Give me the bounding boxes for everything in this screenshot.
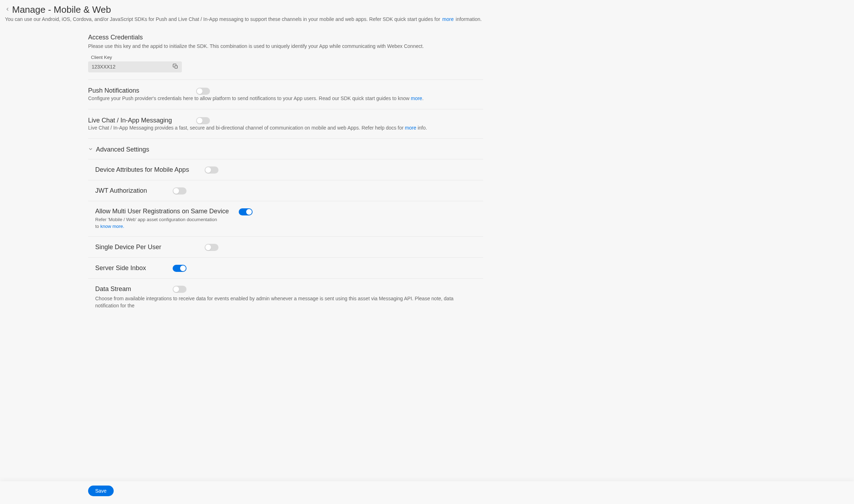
more-info-link[interactable]: more (442, 16, 454, 22)
adv-data-stream: Data Stream Choose from available integr… (88, 279, 483, 316)
multi-user-toggle[interactable] (239, 208, 253, 215)
live-chat-section: Live Chat / In-App Messaging Live Chat /… (88, 109, 483, 139)
advanced-settings-header[interactable]: Advanced Settings (88, 139, 483, 159)
client-key-value: 123XXX12 (92, 64, 115, 70)
live-chat-toggle[interactable] (196, 117, 210, 124)
jwt-toggle[interactable] (173, 187, 187, 195)
server-inbox-toggle[interactable] (173, 265, 187, 272)
advanced-title: Advanced Settings (96, 146, 149, 153)
live-more-link[interactable]: more (405, 125, 416, 131)
adv-server-inbox: Server Side Inbox (88, 258, 483, 279)
back-chevron-icon[interactable] (5, 6, 10, 14)
adv-device-attr: Device Attributes for Mobile Apps (88, 159, 483, 180)
client-key-label: Client Key (91, 55, 483, 60)
push-toggle[interactable] (196, 88, 210, 95)
copy-icon[interactable] (173, 64, 178, 70)
adv-single-device: Single Device Per User (88, 237, 483, 258)
client-key-field: 123XXX12 (88, 61, 182, 72)
device-attr-toggle[interactable] (205, 166, 218, 174)
data-stream-desc: Choose from available integrations to re… (95, 295, 468, 309)
save-bar: Save (0, 481, 854, 504)
multi-user-desc: Refer 'Mobile / Web' app asset configura… (95, 217, 220, 230)
svg-rect-0 (175, 66, 177, 68)
single-device-toggle[interactable] (205, 244, 218, 251)
push-desc: Configure your Push provider's credentia… (88, 95, 483, 102)
adv-jwt: JWT Authorization (88, 180, 483, 201)
data-stream-toggle[interactable] (173, 286, 187, 293)
page-subtitle: You can use our Android, iOS, Cordova, a… (5, 16, 849, 23)
live-chat-desc: Live Chat / In-App Messaging provides a … (88, 124, 483, 131)
live-chat-title: Live Chat / In-App Messaging (88, 117, 188, 124)
push-title: Push Notifications (88, 87, 188, 94)
access-desc: Please use this key and the appid to ini… (88, 43, 483, 50)
push-more-link[interactable]: more (411, 95, 422, 101)
access-title: Access Credentials (88, 34, 483, 41)
push-section: Push Notifications Configure your Push p… (88, 80, 483, 109)
chevron-down-icon (88, 147, 93, 153)
access-credentials-section: Access Credentials Please use this key a… (88, 30, 483, 80)
save-button[interactable]: Save (88, 486, 114, 496)
know-more-link[interactable]: know more. (100, 224, 124, 229)
page-title: Manage - Mobile & Web (12, 4, 111, 15)
adv-multi-user: Allow Multi User Registrations on Same D… (88, 201, 483, 237)
